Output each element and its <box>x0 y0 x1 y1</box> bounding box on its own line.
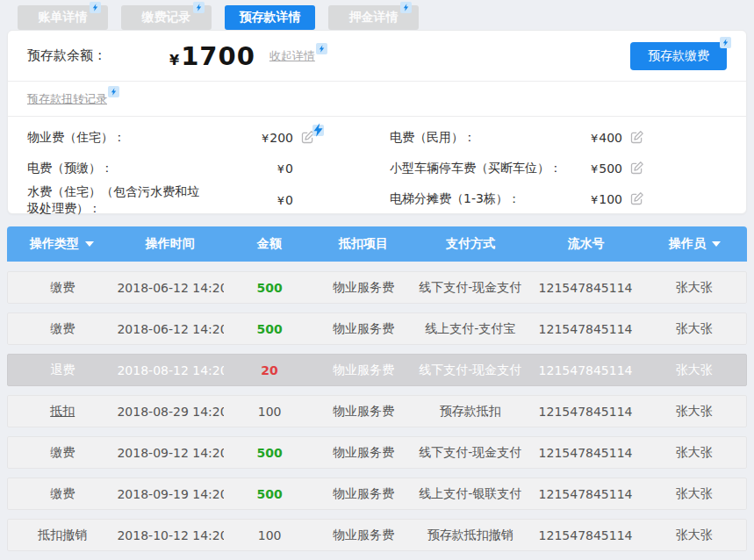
prepaid-pay-label: 预存款缴费 <box>648 48 709 62</box>
column-label: 操作员 <box>669 236 706 252</box>
fee-value: ¥400 <box>591 131 622 145</box>
sort-arrow-icon <box>85 241 94 247</box>
edit-icon[interactable] <box>630 161 646 176</box>
table-row[interactable]: 缴费2018-09-19 14:20:12500物业服务费线上支付-银联支付12… <box>7 477 747 510</box>
fee-value: ¥500 <box>591 162 622 176</box>
edit-icon[interactable] <box>630 191 646 207</box>
cell-amount: 20 <box>224 363 314 377</box>
cell-operator: 张大张 <box>642 321 746 337</box>
cell-method: 线上支付-银联支付 <box>412 486 529 502</box>
tab-3[interactable]: 预存款详情 <box>225 5 315 30</box>
currency-symbol: ¥ <box>591 193 598 206</box>
transfer-row: 预存款扭转记录 <box>8 82 746 116</box>
balance-label: 预存款余额： <box>27 47 106 64</box>
sort-arrow-icon <box>712 241 721 247</box>
column-label: 操作时间 <box>146 236 195 252</box>
cell-item: 物业服务费 <box>315 280 412 296</box>
fee-amount: 0 <box>285 162 293 176</box>
cell-amount: 500 <box>224 322 314 336</box>
table-row[interactable]: 抵扣撤销2018-10-12 14:20:12100物业服务费预存款抵扣撤销12… <box>7 519 747 551</box>
cell-time: 2018-06-12 14:20:12 <box>117 281 224 295</box>
cell-amount: 500 <box>224 487 314 501</box>
currency-symbol: ¥ <box>169 52 179 68</box>
table-header: 操作类型操作时间金额抵扣项目支付方式流水号操作员 <box>7 226 747 262</box>
cell-operator: 张大张 <box>642 445 746 461</box>
edit-icon[interactable] <box>630 130 646 146</box>
table-row[interactable]: 退费2018-08-12 14:20:1220物业服务费线下支付-现金支付121… <box>7 354 747 386</box>
fee-label: 电费（预缴）： <box>27 160 113 176</box>
column-header-operator[interactable]: 操作员 <box>643 236 747 252</box>
table-row[interactable]: 缴费2018-06-12 14:20:12500物业服务费线下支付-现金支付12… <box>7 271 747 304</box>
cell-time: 2018-08-29 14:20:12 <box>117 405 224 419</box>
cell-time: 2018-08-12 14:20:12 <box>117 363 224 377</box>
collapse-details-label: 收起详情 <box>269 49 315 62</box>
flash-icon <box>316 43 327 54</box>
cell-time: 2018-10-12 14:20:12 <box>117 528 224 542</box>
fee-column-right: 电费（民用）：¥400小型车辆停车费（买断车位）：¥500电梯分摊费（1-3栋）… <box>390 122 727 217</box>
column-header-time[interactable]: 操作时间 <box>117 236 224 252</box>
fee-value: ¥200 <box>262 131 293 145</box>
fee-row: 物业费（住宅）：¥200 <box>27 122 317 153</box>
fee-value: ¥0 <box>277 193 293 207</box>
cell-type: 缴费 <box>8 280 117 296</box>
cell-operator: 张大张 <box>642 528 746 543</box>
tab-4[interactable]: 押金详情 <box>328 5 419 30</box>
flash-icon <box>90 2 101 13</box>
column-header-type[interactable]: 操作类型 <box>7 236 117 252</box>
fee-amount: 500 <box>599 162 622 176</box>
column-label: 支付方式 <box>446 236 495 252</box>
table-row[interactable]: 缴费2018-09-12 14:20:12500物业服务费线下支付-现金支付12… <box>7 436 747 469</box>
fee-label: 小型车辆停车费（买断车位）： <box>390 160 562 176</box>
currency-symbol: ¥ <box>591 162 598 176</box>
cell-method: 线下支付-现金支付 <box>412 363 529 378</box>
cell-operator: 张大张 <box>642 404 746 420</box>
table-row[interactable]: 抵扣2018-08-29 14:20:12100物业服务费预存款抵扣121547… <box>7 395 747 427</box>
column-header-method[interactable]: 支付方式 <box>412 236 529 252</box>
tab-label: 缴费记录 <box>142 10 191 25</box>
cell-time: 2018-09-12 14:20:12 <box>117 446 224 460</box>
flash-icon <box>108 86 119 97</box>
cell-time: 2018-09-19 14:20:12 <box>117 487 224 501</box>
edit-icon[interactable] <box>301 130 317 146</box>
prepaid-pay-button[interactable]: 预存款缴费 <box>630 42 727 70</box>
fee-amount: 100 <box>599 192 622 206</box>
flash-icon <box>193 2 205 13</box>
currency-symbol: ¥ <box>277 194 284 207</box>
cell-type: 退费 <box>8 363 117 378</box>
cell-operator: 张大张 <box>642 486 746 502</box>
cell-type: 缴费 <box>8 321 117 337</box>
cell-method: 预存款抵扣 <box>412 404 529 420</box>
flash-icon <box>400 2 412 13</box>
column-header-serial[interactable]: 流水号 <box>529 236 643 252</box>
fee-row: 电费（民用）：¥400 <box>390 122 646 153</box>
cell-operator: 张大张 <box>642 280 746 296</box>
transfer-record-link[interactable]: 预存款扭转记录 <box>27 91 119 107</box>
cell-serial: 121547845114 <box>529 363 643 377</box>
table-body: 缴费2018-06-12 14:20:12500物业服务费线下支付-现金支付12… <box>7 262 747 560</box>
fee-label: 物业费（住宅）： <box>27 129 126 146</box>
tab-1[interactable]: 账单详情 <box>18 5 108 30</box>
tab-label: 押金详情 <box>349 10 399 25</box>
fee-label: 电梯分摊费（1-3栋）： <box>390 190 521 207</box>
transactions-table: 操作类型操作时间金额抵扣项目支付方式流水号操作员 缴费2018-06-12 14… <box>7 226 747 560</box>
column-header-item[interactable]: 抵扣项目 <box>315 236 412 252</box>
cell-item: 物业服务费 <box>315 486 412 502</box>
cell-serial: 121547845114 <box>529 528 643 542</box>
fee-amount: 400 <box>599 131 622 145</box>
fee-details: 物业费（住宅）：¥200电费（预缴）：¥0水费（住宅）（包含污水费和垃圾处理费）… <box>8 117 746 217</box>
cell-type: 抵扣撤销 <box>8 528 117 543</box>
cell-method: 预存款抵扣撤销 <box>412 528 529 543</box>
collapse-details-link[interactable]: 收起详情 <box>269 48 327 64</box>
cell-type[interactable]: 抵扣 <box>8 404 117 420</box>
table-row[interactable]: 缴费2018-06-12 14:20:12500物业服务费线上支付-支付宝121… <box>7 312 747 345</box>
cell-method: 线下支付-现金支付 <box>412 445 529 461</box>
fee-label: 水费（住宅）（包含污水费和垃圾处理费）： <box>27 183 207 217</box>
column-header-amount[interactable]: 金额 <box>224 236 315 252</box>
tab-2[interactable]: 缴费记录 <box>121 5 212 30</box>
currency-symbol: ¥ <box>277 162 284 176</box>
cell-item: 物业服务费 <box>315 363 412 378</box>
cell-time: 2018-06-12 14:20:12 <box>117 322 224 336</box>
cell-serial: 121547845114 <box>529 487 643 501</box>
fee-column-left: 物业费（住宅）：¥200电费（预缴）：¥0水费（住宅）（包含污水费和垃圾处理费）… <box>27 122 390 217</box>
transfer-record-label: 预存款扭转记录 <box>27 92 107 105</box>
